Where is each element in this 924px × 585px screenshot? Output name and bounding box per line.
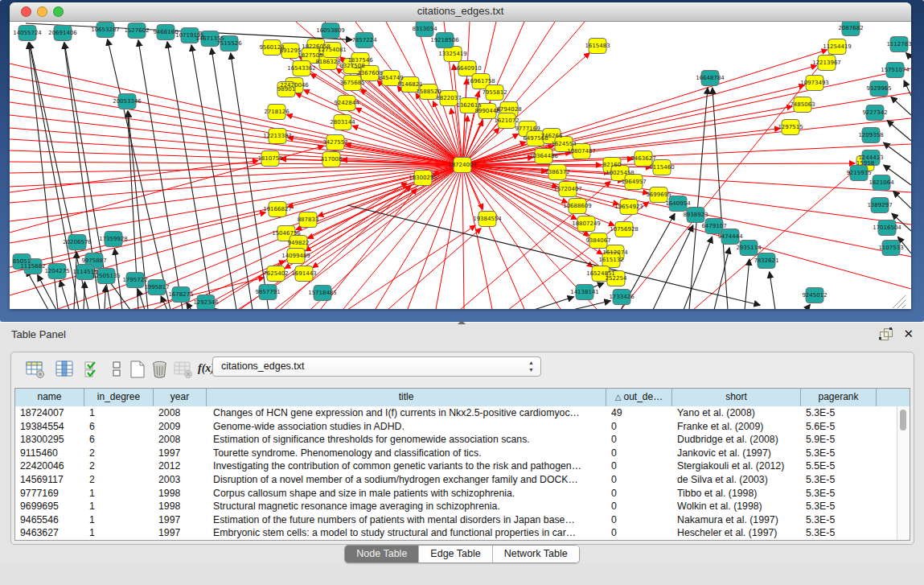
table-cell: 9699695: [15, 500, 84, 513]
scrollbar-thumb[interactable]: [900, 410, 906, 431]
tab-edge-table[interactable]: Edge Table: [419, 546, 492, 562]
table-cell: 0: [606, 473, 672, 487]
table-row[interactable]: 1830029562008Estimation of significance …: [15, 433, 897, 447]
graph-node-label: 8186328: [315, 59, 340, 65]
column-header-title[interactable]: title: [207, 389, 606, 406]
graph-node-label: 8938923: [683, 212, 708, 218]
table-cell: Estimation of significance thresholds fo…: [207, 433, 606, 447]
table-cell: 0: [606, 459, 672, 473]
graph-node-label: 1527602: [124, 27, 149, 34]
table-cell: 5.3E-5: [801, 487, 877, 501]
tab-node-table[interactable]: Node Table: [345, 546, 419, 562]
table-cell: 1: [84, 500, 154, 513]
graph-node-label: 1733426: [609, 294, 634, 300]
table-cell: Estimation of the future numbers of pati…: [207, 513, 606, 527]
table-cell: 1997: [154, 447, 207, 460]
graph-node-label: 17016504: [873, 225, 901, 231]
network-canvas[interactable]: 9560124891295182260581827505165433628186…: [10, 22, 911, 309]
table-cell: 1: [84, 406, 154, 420]
graph-node-label: 9146821: [397, 81, 422, 88]
split-rows-icon[interactable]: [108, 360, 127, 379]
column-header-name[interactable]: name: [15, 389, 84, 406]
table-cell: 0: [606, 487, 672, 501]
network-window: citations_edges.txt 95601248912951822605…: [10, 2, 911, 309]
graph-node-label: 9242844: [334, 100, 359, 106]
graph-node-label: 949822: [288, 240, 310, 246]
column-select-icon[interactable]: [55, 360, 75, 379]
graph-node-label: 9466160: [153, 29, 178, 35]
graph-node-label: 98901: [277, 86, 295, 93]
table-cell: Stergiakouli et al. (2012): [672, 459, 801, 473]
table-cell: 49: [606, 406, 672, 420]
graph-node-label: 7485063: [790, 101, 815, 108]
graph-node-label: 1114519: [72, 269, 97, 275]
graph-node-label: 8454749: [378, 75, 403, 81]
table-row[interactable]: 2242004622012Investigating the contribut…: [15, 459, 897, 473]
table-row[interactable]: 977716911998Corpus callosum shape and si…: [15, 487, 897, 501]
graph-node-label: 15958: [856, 160, 874, 167]
table-scrollbar[interactable]: [897, 406, 910, 540]
new-document-icon[interactable]: [128, 360, 147, 379]
citation-network-graph[interactable]: 9560124891295182260581827505165433628186…: [10, 22, 911, 309]
graph-node-label: 17359928: [99, 236, 128, 242]
table-cell: 9115460: [15, 447, 84, 460]
graph-node-label: 1821064: [869, 179, 894, 186]
table-cell: 1: [84, 513, 154, 527]
graph-node-label: 1678275: [168, 291, 193, 298]
graph-node-label: 1588520: [416, 89, 441, 95]
column-header-short[interactable]: short: [672, 389, 801, 406]
tab-network-table[interactable]: Network Table: [493, 546, 579, 562]
table-cell: Structural magnetic resonance image aver…: [207, 500, 606, 513]
trash-icon[interactable]: [150, 360, 170, 379]
table-cell: 6: [84, 420, 154, 434]
graph-node-label: 13325419: [438, 51, 467, 57]
table-settings-icon[interactable]: [26, 360, 45, 379]
graph-node-label: 7386372: [544, 169, 569, 175]
close-panel-icon[interactable]: ✕: [903, 327, 914, 341]
column-header-out_de[interactable]: △out_de…: [606, 389, 672, 406]
graph-node-label: 15046756: [272, 230, 301, 237]
column-header-in_degree[interactable]: in_degree: [84, 389, 154, 406]
table-row[interactable]: 911546021997Tourette syndrome. Phenomeno…: [15, 447, 897, 460]
graph-node-label: 1795722: [122, 277, 147, 283]
table-row[interactable]: 1456911722003Disruption of a novel membe…: [15, 473, 897, 487]
graph-node-label: 3427552: [322, 139, 347, 146]
graph-node-label: 1995817: [144, 284, 169, 290]
graph-node-label: 16640910: [453, 65, 482, 72]
float-panel-icon[interactable]: [880, 328, 892, 340]
table-cell: 5.3E-5: [801, 526, 877, 540]
graph-node-label: 19384554: [473, 216, 502, 222]
graph-node-label: 7955812: [482, 89, 507, 96]
graph-node-label: 1837546: [347, 57, 373, 64]
graph-node-label: 82160: [603, 162, 621, 168]
table-cell: Hescheler et al. (1997): [672, 526, 801, 540]
table-row[interactable]: 969969511998Structural magnetic resonanc…: [15, 500, 897, 513]
graph-node-label: 16053809: [316, 27, 345, 34]
graph-node-label: 1389297: [867, 202, 892, 208]
splitter-grip-icon[interactable]: [458, 320, 466, 324]
graph-node-label: 9474444: [717, 233, 743, 240]
graph-node-label: 417008: [321, 156, 343, 163]
table-cell: Investigating the contribution of common…: [207, 459, 606, 473]
graph-node-label: 9227342: [862, 109, 887, 116]
table-row[interactable]: 946554611997Estimation of the future num…: [15, 513, 897, 527]
table-cell: 2: [84, 473, 154, 487]
row-check-icon[interactable]: [84, 360, 103, 379]
table-cell: 22420046: [15, 459, 84, 473]
table-row[interactable]: 1872400712008Changes of HCN gene express…: [15, 406, 897, 420]
window-title: citations_edges.txt: [10, 5, 911, 17]
graph-node-label: 7625402: [263, 270, 288, 277]
graph-node-label: 14099489: [281, 253, 310, 259]
table-cell: 2008: [154, 433, 207, 447]
column-header-pagerank[interactable]: pagerank: [801, 389, 877, 406]
table-cell: 5.3E-5: [801, 513, 877, 527]
window-titlebar[interactable]: citations_edges.txt: [10, 2, 911, 22]
graph-node-label: 1612074: [602, 249, 628, 256]
table-row[interactable]: 1938455462009Genome-wide association stu…: [15, 420, 897, 434]
graph-node-label: 20364486: [529, 153, 558, 159]
table-selector-combo[interactable]: citations_edges.txt ▲▼: [212, 356, 541, 377]
table-cell: 2: [84, 447, 154, 460]
table-row[interactable]: 946362711997Embryonic stem cells: a mode…: [15, 526, 897, 540]
column-header-year[interactable]: year: [154, 389, 207, 406]
graph-node-label: 3675685: [339, 80, 364, 86]
